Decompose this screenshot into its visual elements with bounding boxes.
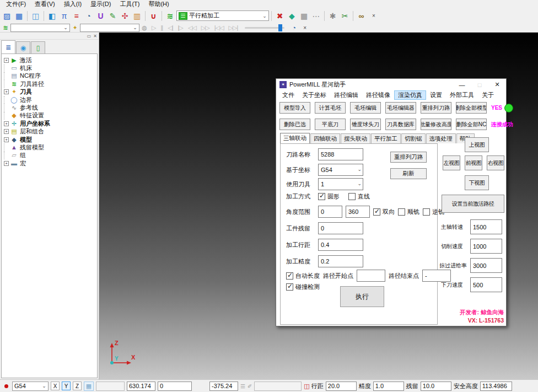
expand-icon[interactable]: + (4, 121, 9, 126)
play-icon[interactable]: ▷ (149, 24, 158, 31)
tab-options[interactable]: 选项处理 (426, 133, 456, 143)
execute-button[interactable]: 执行 (340, 286, 384, 307)
speed-slider-handle[interactable] (278, 24, 282, 31)
tolerance-status-field[interactable]: 1.0 (373, 382, 404, 391)
plunge-feed-input[interactable]: 500 (470, 277, 502, 292)
find-icon[interactable]: ∞ (356, 10, 367, 22)
menu-view[interactable]: 查看(V) (31, 0, 59, 8)
tab-swivel[interactable]: 摆头联动 (341, 133, 370, 143)
menu-help[interactable]: 帮助(H) (144, 0, 173, 8)
expand-icon[interactable]: + (4, 161, 9, 166)
set-active-path-button[interactable]: 设置当前激活路径 (442, 195, 504, 213)
step-back-icon[interactable]: ◁| (165, 24, 175, 31)
dock-icon[interactable]: ▭ (87, 34, 92, 39)
grid-toggle-button[interactable]: ▦ (84, 382, 94, 391)
toolpath-name-input[interactable]: 5288 (318, 148, 363, 160)
block-icon[interactable]: ◧ (46, 10, 58, 22)
sim-tool-combo[interactable]: ⌄ (80, 24, 139, 32)
menu-display[interactable]: 显示(D) (87, 0, 115, 8)
clipboard-pause-icon[interactable]: ◫ (304, 383, 309, 390)
tool-database-button[interactable]: 刀具数据库 (385, 119, 416, 130)
path-end-input[interactable]: - (422, 270, 451, 282)
collision-check-checkbox[interactable] (286, 283, 293, 291)
climb-checkbox[interactable] (398, 208, 405, 216)
points-icon[interactable]: ✣ (119, 10, 131, 22)
feature-set-icon[interactable]: U (95, 10, 106, 22)
tab-3axis[interactable]: 三轴联动 (280, 133, 310, 144)
clock-icon[interactable]: ◔ (289, 24, 298, 32)
boundary-icon[interactable]: π (58, 10, 70, 22)
tab-parallel[interactable]: 平行加工 (371, 133, 401, 143)
pos-x-field[interactable]: 630.174 (127, 382, 155, 391)
tree-item-activate[interactable]: +▶激活 (4, 56, 97, 64)
tree-item-models[interactable]: +◆模型 (4, 136, 97, 143)
rewind-icon[interactable]: ◁◁ (186, 24, 198, 31)
workplane-icon[interactable]: ◔ (83, 10, 94, 22)
stepover-status-field[interactable]: 20.0 (326, 382, 357, 391)
tab-saw[interactable]: 切割锯 (401, 133, 426, 143)
panel-close-icon[interactable]: ✕ (93, 34, 97, 39)
cutting-feed-input[interactable]: 1000 (470, 239, 502, 254)
keypad-icon[interactable]: ⋯ (310, 10, 322, 22)
go-start-icon[interactable]: |◁◁ (212, 24, 226, 31)
cut-icon[interactable]: ✂ (339, 10, 351, 22)
tool-select[interactable]: 1⌄ (318, 178, 363, 190)
pos-y-field[interactable]: 0 (158, 382, 192, 391)
coord-select[interactable]: G54⌄ (318, 164, 363, 176)
open-project-icon[interactable]: ▨ (1, 10, 13, 22)
tree-item-machine[interactable]: ▭机床 (4, 64, 97, 72)
taper-ballnose-button[interactable]: 锥度球头刀 (350, 119, 381, 130)
view-top-button[interactable]: 上视图 (465, 137, 489, 152)
tree-item-levels[interactable]: +▤层和组合 (4, 128, 97, 136)
delete-toolpath-icon[interactable]: ✖ (274, 10, 286, 22)
delete-selected-button[interactable]: 删除已选 (279, 119, 310, 130)
delete-all-models-button[interactable]: 删除全部模型 (456, 102, 487, 114)
tree-item-reference-line[interactable]: ∿参考线 (4, 104, 97, 111)
tree-item-tools[interactable]: +✦刀具 (4, 88, 97, 96)
block-edit-button[interactable]: 毛坯编辑 (350, 102, 381, 114)
stock-model-icon[interactable]: ▥ (131, 10, 143, 22)
toolbar-close-icon[interactable]: × (301, 24, 309, 31)
angle-to-input[interactable]: 360 (346, 206, 370, 218)
tree-item-toolpaths[interactable]: ≋刀具路径 (4, 80, 97, 88)
tolerance-input[interactable]: 0.2 (318, 255, 363, 267)
bulb-icon[interactable]: ◍ (140, 24, 149, 32)
pause-icon[interactable]: || (158, 24, 165, 31)
pos-z-field[interactable]: -375.24 (209, 382, 238, 391)
toolpath-spring-icon[interactable]: ≋ (164, 10, 176, 22)
tree-item-feature-set[interactable]: ◆特征设置 (4, 112, 97, 120)
pattern-icon[interactable]: ≡ (71, 10, 82, 22)
dmenu-settings[interactable]: 设置 (426, 90, 446, 100)
dmenu-file[interactable]: 文件 (278, 90, 298, 100)
stepover-input[interactable]: 0.4 (318, 239, 363, 251)
view-bottom-button[interactable]: 下视图 (465, 175, 489, 190)
axis-y-button[interactable]: Y (62, 382, 71, 390)
expand-icon[interactable]: + (4, 89, 9, 94)
fast-forward-icon[interactable]: ▷▷ (199, 24, 212, 31)
bidirectional-checkbox[interactable] (373, 208, 380, 216)
rearrange-button[interactable]: 重排列刀路 (390, 152, 427, 163)
maximize-icon[interactable]: □ (471, 79, 488, 90)
dmenu-about[interactable]: 关于 (478, 90, 498, 100)
minimize-icon[interactable]: — (453, 79, 471, 90)
menu-file[interactable]: 文件(F) (2, 0, 30, 8)
circle-checkbox[interactable] (318, 193, 325, 200)
tree-item-workplanes[interactable]: +✛用户坐标系 (4, 120, 97, 127)
dmenu-path-mirror[interactable]: 路径镜像 (362, 90, 394, 100)
flat-endmill-button[interactable]: 平底刀 (315, 119, 346, 130)
conventional-checkbox[interactable] (423, 208, 430, 216)
close-icon[interactable]: ✕ (488, 79, 506, 90)
simulate-icon[interactable]: ◆ (286, 10, 298, 22)
sim-toolpath-combo[interactable]: ⌄ (10, 24, 70, 32)
toolbar-close-icon[interactable]: × (370, 12, 378, 20)
rearrange-toolpath-button[interactable]: 重排列刀路 (421, 102, 451, 114)
import-model-button[interactable]: 模型导入 (279, 102, 310, 114)
dmenu-external-tools[interactable]: 外部工具 (446, 90, 478, 100)
tree-item-macro[interactable]: +▬宏 (4, 159, 97, 167)
thickness-status-field[interactable]: 10.0 (421, 382, 451, 391)
tab-explorer-tree[interactable]: ≣ (1, 40, 15, 53)
spindle-speed-input[interactable]: 1500 (470, 219, 502, 234)
calculator-icon[interactable]: ▦ (298, 10, 310, 22)
tree-item-boundary[interactable]: ◯边界 (4, 96, 97, 104)
line-checkbox[interactable] (348, 193, 356, 200)
